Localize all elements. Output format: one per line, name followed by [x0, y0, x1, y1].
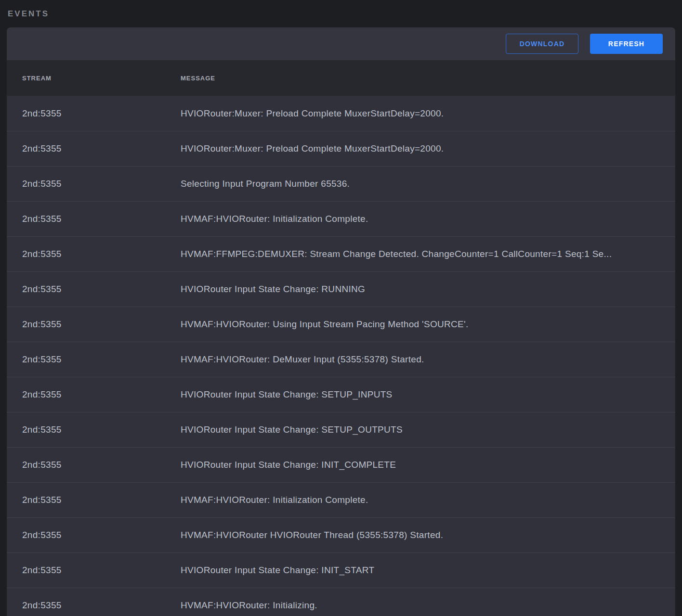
- stream-cell: 2nd:5355: [7, 460, 181, 470]
- table-row: 2nd:5355 HVMAF:HVIORouter: DeMuxer Input…: [7, 342, 675, 377]
- stream-cell: 2nd:5355: [7, 179, 181, 189]
- message-cell: HVMAF:HVIORouter: DeMuxer Input (5355:53…: [181, 354, 675, 365]
- table-row: 2nd:5355 HVIORouter Input State Change: …: [7, 377, 675, 412]
- table-row: 2nd:5355 HVIORouter:Muxer: Preload Compl…: [7, 131, 675, 166]
- stream-cell: 2nd:5355: [7, 600, 181, 611]
- column-header-message: MESSAGE: [181, 75, 675, 82]
- message-cell: Selecting Input Program Number 65536.: [181, 179, 675, 189]
- table-row: 2nd:5355 HVIORouter Input State Change: …: [7, 412, 675, 447]
- message-cell: HVMAF:HVIORouter: Initialization Complet…: [181, 214, 675, 224]
- message-cell: HVMAF:FFMPEG:DEMUXER: Stream Change Dete…: [181, 249, 675, 259]
- stream-cell: 2nd:5355: [7, 284, 181, 295]
- table-row: 2nd:5355 HVMAF:HVIORouter: Initializatio…: [7, 201, 675, 236]
- table-row: 2nd:5355 HVMAF:HVIORouter: Initializing.: [7, 588, 675, 616]
- stream-cell: 2nd:5355: [7, 249, 181, 259]
- table-row: 2nd:5355 HVIORouter Input State Change: …: [7, 552, 675, 588]
- table-row: 2nd:5355 HVIORouter Input State Change: …: [7, 447, 675, 482]
- table-row: 2nd:5355 HVMAF:HVIORouter: Initializatio…: [7, 482, 675, 517]
- stream-cell: 2nd:5355: [7, 319, 181, 330]
- message-cell: HVIORouter Input State Change: INIT_STAR…: [181, 565, 675, 576]
- stream-cell: 2nd:5355: [7, 424, 181, 435]
- download-button[interactable]: DOWNLOAD: [506, 34, 578, 54]
- events-table: 2nd:5355 HVIORouter:Muxer: Preload Compl…: [7, 96, 675, 616]
- table-row: 2nd:5355 Selecting Input Program Number …: [7, 166, 675, 201]
- message-cell: HVMAF:HVIORouter: Using Input Stream Pac…: [181, 319, 675, 330]
- stream-cell: 2nd:5355: [7, 143, 181, 154]
- message-cell: HVIORouter Input State Change: RUNNING: [181, 284, 675, 295]
- message-cell: HVMAF:HVIORouter: Initialization Complet…: [181, 495, 675, 505]
- page-title: EVENTS: [0, 0, 682, 27]
- column-header-stream: STREAM: [7, 75, 181, 82]
- message-cell: HVIORouter:Muxer: Preload Complete Muxer…: [181, 143, 675, 154]
- message-cell: HVIORouter:Muxer: Preload Complete Muxer…: [181, 108, 675, 119]
- table-row: 2nd:5355 HVMAF:HVIORouter HVIORouter Thr…: [7, 517, 675, 552]
- table-row: 2nd:5355 HVIORouter Input State Change: …: [7, 271, 675, 307]
- message-cell: HVIORouter Input State Change: INIT_COMP…: [181, 460, 675, 470]
- refresh-button[interactable]: REFRESH: [590, 34, 663, 54]
- stream-cell: 2nd:5355: [7, 389, 181, 400]
- message-cell: HVMAF:HVIORouter: Initializing.: [181, 600, 675, 611]
- stream-cell: 2nd:5355: [7, 565, 181, 576]
- stream-cell: 2nd:5355: [7, 495, 181, 505]
- message-cell: HVIORouter Input State Change: SETUP_OUT…: [181, 424, 675, 435]
- toolbar: DOWNLOAD REFRESH: [7, 27, 675, 60]
- message-cell: HVIORouter Input State Change: SETUP_INP…: [181, 389, 675, 400]
- table-row: 2nd:5355 HVIORouter:Muxer: Preload Compl…: [7, 96, 675, 131]
- table-row: 2nd:5355 HVMAF:HVIORouter: Using Input S…: [7, 307, 675, 342]
- stream-cell: 2nd:5355: [7, 530, 181, 540]
- events-panel: DOWNLOAD REFRESH STREAM MESSAGE 2nd:5355…: [7, 27, 675, 616]
- stream-cell: 2nd:5355: [7, 214, 181, 224]
- table-row: 2nd:5355 HVMAF:FFMPEG:DEMUXER: Stream Ch…: [7, 236, 675, 271]
- table-header: STREAM MESSAGE: [7, 60, 675, 96]
- stream-cell: 2nd:5355: [7, 108, 181, 119]
- stream-cell: 2nd:5355: [7, 354, 181, 365]
- message-cell: HVMAF:HVIORouter HVIORouter Thread (5355…: [181, 530, 675, 540]
